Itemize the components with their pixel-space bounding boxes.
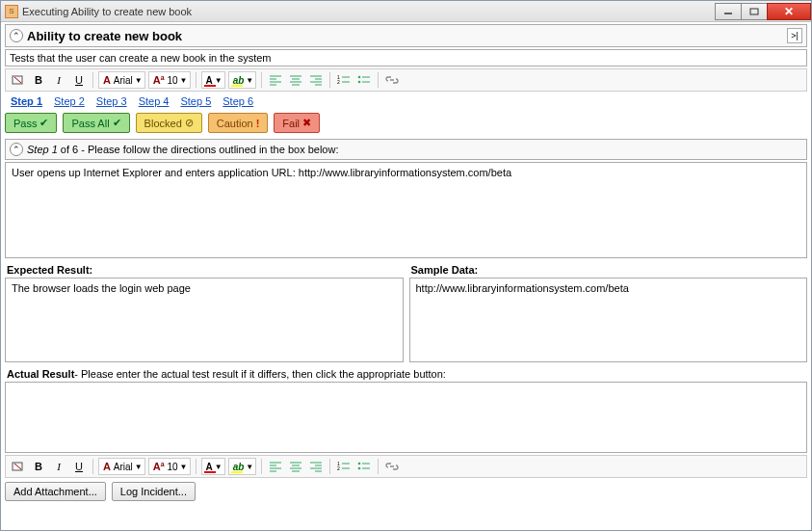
step-link-6[interactable]: Step 6 bbox=[223, 95, 253, 107]
clear-format-icon[interactable] bbox=[10, 71, 27, 89]
highlight-color-dropdown[interactable]: ab▼ bbox=[228, 71, 257, 89]
status-buttons-row: Pass✔ Pass All✔ Blocked⊘ Caution! Fail✖ bbox=[5, 113, 807, 139]
align-center-button[interactable] bbox=[287, 458, 304, 475]
toolbar-separator bbox=[196, 459, 196, 474]
toolbar-separator bbox=[92, 459, 93, 474]
link-button[interactable] bbox=[383, 71, 401, 89]
svg-line-25 bbox=[14, 464, 21, 469]
font-family-dropdown[interactable]: A Arial▼ bbox=[98, 458, 145, 475]
blocked-label: Blocked bbox=[144, 118, 182, 129]
window-title: Executing Ability to create new book bbox=[22, 6, 716, 17]
svg-point-42 bbox=[358, 463, 361, 465]
caution-button[interactable]: Caution! bbox=[208, 113, 269, 133]
window-controls: ✕ bbox=[716, 3, 811, 20]
unordered-list-button[interactable] bbox=[355, 71, 373, 89]
link-button[interactable] bbox=[383, 458, 401, 475]
step-link-2[interactable]: Step 2 bbox=[54, 95, 85, 107]
font-size-dropdown[interactable]: Aª 10▼ bbox=[148, 458, 191, 475]
toolbar-separator bbox=[261, 459, 262, 474]
pass-all-button[interactable]: Pass All✔ bbox=[63, 113, 129, 133]
bold-button[interactable]: B bbox=[30, 458, 47, 475]
svg-rect-1 bbox=[750, 9, 758, 14]
fail-button[interactable]: Fail✖ bbox=[274, 113, 320, 133]
test-description: Tests that the user can create a new boo… bbox=[5, 49, 807, 66]
italic-button[interactable]: I bbox=[50, 71, 67, 89]
toolbar-separator bbox=[329, 72, 330, 88]
expected-panel: Expected Result: The browser loads the l… bbox=[5, 262, 404, 362]
underline-button[interactable]: U bbox=[70, 71, 88, 89]
toolbar-separator bbox=[329, 459, 330, 474]
highlight-color-dropdown[interactable]: ab▼ bbox=[228, 458, 257, 475]
font-color-dropdown[interactable]: A▼ bbox=[201, 71, 225, 89]
fail-label: Fail bbox=[282, 118, 300, 129]
collapse-icon[interactable]: ⌃ bbox=[10, 29, 23, 42]
app-icon: S bbox=[5, 5, 18, 18]
expected-label: Expected Result: bbox=[5, 262, 404, 278]
align-right-button[interactable] bbox=[307, 458, 325, 475]
step-header: ⌃ Step 1 of 6 - Please follow the direct… bbox=[5, 139, 807, 160]
sample-label: Sample Data: bbox=[409, 262, 808, 278]
italic-button[interactable]: I bbox=[50, 458, 67, 475]
svg-point-22 bbox=[358, 81, 361, 84]
collapse-icon[interactable]: ⌃ bbox=[10, 143, 23, 156]
ability-header: ⌃ Ability to create new book >| bbox=[5, 24, 807, 47]
step-header-italic: Step 1 bbox=[27, 144, 58, 155]
toolbar-separator bbox=[196, 72, 196, 88]
ordered-list-button[interactable]: 12 bbox=[335, 71, 353, 89]
rich-editor-toolbar-bottom: B I U A Arial▼ Aª 10▼ A▼ ab▼ 12 bbox=[5, 455, 807, 478]
x-icon: ✖ bbox=[302, 117, 311, 129]
font-family-dropdown[interactable]: A Arial▼ bbox=[98, 71, 145, 89]
expected-sample-row: Expected Result: The browser loads the l… bbox=[5, 262, 807, 362]
font-name-value: Arial bbox=[114, 462, 133, 472]
sample-text: http://www.libraryinformationsystem.com/… bbox=[409, 278, 808, 362]
unordered-list-button[interactable] bbox=[355, 458, 373, 475]
blocked-button[interactable]: Blocked⊘ bbox=[136, 113, 202, 133]
bottom-buttons-row: Add Attachment... Log Incident... bbox=[5, 480, 807, 503]
actual-result-textarea[interactable] bbox=[5, 382, 807, 453]
minimize-button[interactable] bbox=[715, 3, 742, 20]
step-header-text: Step 1 of 6 - Please follow the directio… bbox=[27, 144, 338, 155]
underline-button[interactable]: U bbox=[70, 458, 88, 475]
svg-text:2: 2 bbox=[337, 465, 340, 471]
pass-label: Pass bbox=[13, 118, 37, 129]
step-link-4[interactable]: Step 4 bbox=[139, 95, 170, 107]
step-link-3[interactable]: Step 3 bbox=[96, 95, 127, 107]
align-left-button[interactable] bbox=[267, 71, 284, 89]
blocked-icon: ⊘ bbox=[185, 117, 194, 129]
svg-text:2: 2 bbox=[337, 79, 340, 85]
bold-button[interactable]: B bbox=[30, 71, 47, 89]
font-name-value: Arial bbox=[114, 75, 133, 86]
toolbar-separator bbox=[378, 459, 379, 474]
font-color-dropdown[interactable]: A▼ bbox=[201, 458, 225, 475]
step-link-1[interactable]: Step 1 bbox=[11, 95, 42, 107]
titlebar: S Executing Ability to create new book ✕ bbox=[1, 1, 811, 22]
actual-label-bold: Actual Result bbox=[7, 368, 74, 380]
actual-label-rest: - Please enter the actual test result if… bbox=[74, 368, 446, 380]
svg-point-20 bbox=[358, 76, 361, 79]
clear-format-icon[interactable] bbox=[10, 458, 27, 475]
log-incident-button[interactable]: Log Incident... bbox=[112, 482, 196, 501]
check-icon: ✔ bbox=[39, 117, 48, 129]
steps-nav: Step 1 Step 2 Step 3 Step 4 Step 5 Step … bbox=[5, 93, 807, 113]
check-icon: ✔ bbox=[113, 117, 121, 129]
rich-editor-toolbar-top: B I U A Arial▼ Aª 10▼ A▼ ab▼ 12 bbox=[5, 68, 807, 92]
toolbar-separator bbox=[378, 72, 379, 88]
align-center-button[interactable] bbox=[287, 71, 304, 89]
maximize-button[interactable] bbox=[741, 3, 768, 20]
panel-minimize-icon[interactable]: >| bbox=[787, 28, 802, 43]
expected-text: The browser loads the login web page bbox=[5, 278, 404, 362]
add-attachment-button[interactable]: Add Attachment... bbox=[5, 482, 106, 501]
font-size-dropdown[interactable]: Aª 10▼ bbox=[148, 71, 191, 89]
ability-title: Ability to create new book bbox=[27, 29, 787, 43]
font-size-value: 10 bbox=[167, 75, 177, 86]
align-left-button[interactable] bbox=[267, 458, 284, 475]
svg-point-44 bbox=[358, 467, 361, 470]
pass-button[interactable]: Pass✔ bbox=[5, 113, 57, 133]
close-button[interactable]: ✕ bbox=[767, 3, 811, 20]
ordered-list-button[interactable]: 12 bbox=[335, 458, 353, 475]
align-right-button[interactable] bbox=[307, 71, 325, 89]
svg-line-3 bbox=[14, 77, 21, 83]
step-link-5[interactable]: Step 5 bbox=[180, 95, 211, 107]
warning-icon: ! bbox=[256, 118, 260, 129]
main-window: S Executing Ability to create new book ✕… bbox=[0, 0, 812, 531]
